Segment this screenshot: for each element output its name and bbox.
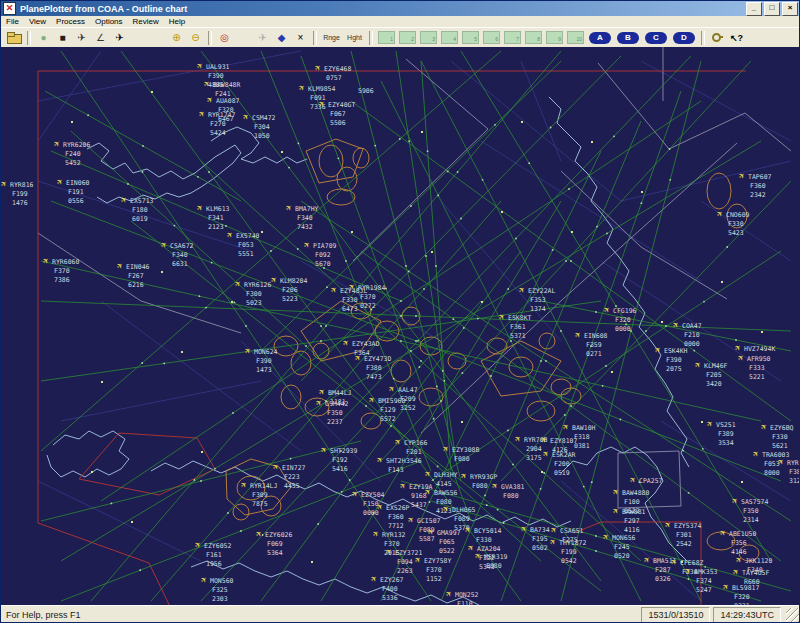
chart-preset-6[interactable]: 6 — [483, 31, 500, 44]
height-button[interactable]: Hght — [344, 30, 365, 45]
aircraft-label[interactable]: ✈ESK2ARF2000519 — [541, 448, 576, 477]
chart-preset-1[interactable]: 1 — [378, 31, 395, 44]
view-d-button[interactable]: D — [673, 32, 695, 44]
chart-view-button[interactable] — [130, 30, 147, 45]
zoom-out-button[interactable]: ⊖ — [187, 30, 204, 45]
aircraft-label[interactable]: ✈MSR319F080 — [473, 550, 508, 570]
menu-help[interactable]: Help — [164, 17, 190, 26]
aircraft-label[interactable]: ✈ESK4KHF3902075 — [653, 344, 688, 373]
aircraft-label[interactable]: ✈TAP607F3602342 — [737, 170, 772, 199]
aircraft-label[interactable]: ✈EZY267F4005336 — [369, 573, 404, 602]
aircraft-label[interactable]: ✈ABE1U50F3564146 — [718, 527, 757, 556]
aircraft-label[interactable]: ✈GSM442F3502237 — [314, 397, 349, 426]
open-chart-file-button[interactable] — [6, 30, 23, 45]
restore-button[interactable]: □ — [764, 2, 780, 16]
aircraft-label[interactable]: ✈AFR950F3335221 — [736, 352, 771, 381]
aircraft-label[interactable]: ✈KLM8204F2065223 — [269, 274, 308, 303]
aircraft-label[interactable]: ✈SHT2HF143 — [375, 454, 406, 474]
aircraft-plane-icon: ✈ — [693, 359, 704, 370]
aircraft-label[interactable]: ✈EZY5374F3012542 — [663, 519, 702, 548]
aircraft-label[interactable]: ✈ESK8KTF3615371 — [497, 311, 532, 340]
aircraft-label[interactable]: ✈RYR14LJF3097875 — [239, 479, 278, 508]
menu-process[interactable]: Process — [51, 17, 90, 26]
aircraft-label[interactable]: ✈KLM613F3412123 — [195, 202, 230, 231]
record-button[interactable]: ● — [35, 30, 52, 45]
title-bar[interactable]: ✕ PlanePlotter from COAA - Outline chart… — [1, 1, 800, 16]
aircraft-label[interactable]: ✈PIA709F0925670 — [302, 239, 337, 268]
aircraft-label[interactable]: ✈EZY6BQF3305621 — [759, 421, 794, 450]
close-chart-button[interactable]: × — [292, 30, 309, 45]
outline-chart-button[interactable] — [149, 30, 166, 45]
resize-grip[interactable] — [786, 608, 800, 623]
aircraft-label[interactable]: ✈BMA7HYF3407432 — [284, 202, 319, 231]
process-button[interactable] — [235, 30, 252, 45]
aircraft-label[interactable]: ✈RYR6206F2405452 — [52, 138, 91, 167]
mlat-disabled-button[interactable]: ✈ — [254, 30, 271, 45]
aircraft-label[interactable]: ✈EIN608F3590271 — [573, 329, 608, 358]
map-canvas[interactable]: ✈UAL931F3904885✈BAW848RF241✈AUA087F32064… — [1, 47, 800, 605]
minimize-button[interactable]: _ — [746, 2, 762, 16]
locate-button[interactable]: ◎ — [216, 30, 233, 45]
compass-button[interactable]: ◆ — [273, 30, 290, 45]
chart-preset-10[interactable]: 10 — [567, 31, 584, 44]
aircraft-label[interactable]: ✈RYR6060F3707386 — [41, 255, 80, 284]
aircraft-label[interactable]: ✈VS251F3893534 — [705, 418, 736, 447]
aircraft-label[interactable]: 5906 — [358, 87, 374, 95]
aircraft-view-button[interactable]: ✈ — [111, 30, 128, 45]
aircraft-label[interactable]: ✈KLM46FF2053420 — [693, 359, 728, 388]
aircraft-plane-icon: ✈ — [663, 519, 674, 530]
aircraft-label[interactable]: ✈GVA381F080 — [490, 480, 525, 500]
track-button[interactable]: ✈ — [73, 30, 90, 45]
zoom-in-button[interactable]: ⊕ — [168, 30, 185, 45]
registration-key-button[interactable] — [709, 30, 726, 45]
chart-preset-8[interactable]: 8 — [525, 31, 542, 44]
aircraft-label[interactable]: ✈EZY40GTF0675506 — [317, 98, 356, 127]
aircraft-label[interactable]: ✈THY1872F1990542 — [548, 536, 587, 565]
chart-preset-5[interactable]: 5 — [462, 31, 479, 44]
menu-view[interactable]: View — [24, 17, 51, 26]
view-c-button[interactable]: C — [645, 32, 667, 44]
chart-preset-2[interactable]: 2 — [399, 31, 416, 44]
aircraft-label[interactable]: ✈SAS7574F3502314 — [730, 495, 769, 524]
aircraft-label[interactable]: ✈BLS9817F3200331 — [721, 581, 760, 605]
aircraft-label[interactable]: ✈EXS740F0535551 — [225, 229, 260, 258]
aircraft-label[interactable]: ✈MON624F3901473 — [243, 345, 278, 374]
aircraft-label[interactable]: ✈CNO609F3305423 — [715, 208, 750, 237]
aircraft-label[interactable]: ✈EZY64680757 — [313, 62, 352, 82]
chart-preset-3[interactable]: 3 — [420, 31, 437, 44]
aircraft-plane-icon: ✈ — [313, 62, 324, 73]
aircraft-label[interactable]: ✈BAW881F2974116 — [611, 505, 646, 534]
range-button[interactable]: Rnge — [321, 30, 342, 45]
aircraft-label[interactable]: ✈MON560F3252303 — [199, 574, 234, 603]
aircraft-label[interactable]: ✈EZY308BF080 — [441, 443, 480, 463]
aircraft-label[interactable]: ✈RYR816F1991476 — [1, 178, 34, 207]
aircraft-label[interactable]: ✈BCY5014F330 — [463, 524, 502, 544]
aircraft-label[interactable]: ✈CPA257 — [628, 474, 663, 485]
aircraft-label[interactable]: ✈EIN046F2676216 — [115, 260, 150, 289]
aircraft-label[interactable]: ✈CSM472F3041050 — [241, 111, 276, 140]
aircraft-label[interactable]: ✈EIN060F1910556 — [55, 176, 90, 205]
aircraft-label[interactable]: ✈EZY6052F1611956 — [193, 539, 232, 568]
stop-button[interactable]: ■ — [54, 30, 71, 45]
protractor-button[interactable]: ∠ — [92, 30, 109, 45]
menu-options[interactable]: Options — [90, 17, 128, 26]
chart-preset-9[interactable]: 9 — [546, 31, 563, 44]
aircraft-label[interactable]: ✈EZY758YF3701152 — [413, 554, 452, 583]
aircraft-label[interactable]: ✈COA47F2100000 — [671, 319, 702, 348]
svg-text:BLS9817F3200331: BLS9817F3200331 — [732, 584, 759, 605]
aircraft-label[interactable]: ✈RYR6126F3005023 — [233, 278, 272, 307]
aircraft-label[interactable]: ✈EXS26PF3607712 — [375, 501, 410, 530]
menu-review[interactable]: Review — [128, 17, 164, 26]
view-b-button[interactable]: B — [617, 32, 639, 44]
aircraft-plane-icon: ✈ — [254, 528, 265, 539]
aircraft-label[interactable]: ✈EXS713F1806019 — [119, 194, 154, 223]
chart-preset-7[interactable]: 7 — [504, 31, 521, 44]
aircraft-plane-icon: ✈ — [497, 311, 508, 322]
menu-file[interactable]: File — [1, 17, 24, 26]
close-button[interactable]: × — [782, 2, 798, 16]
aircraft-label[interactable]: ✈GCI507F0895587 — [406, 514, 441, 543]
aircraft-label[interactable]: ✈EZY6026F0695364 — [254, 528, 293, 557]
view-a-button[interactable]: A — [589, 32, 611, 44]
context-help-button[interactable]: ↖? — [728, 30, 745, 45]
chart-preset-4[interactable]: 4 — [441, 31, 458, 44]
